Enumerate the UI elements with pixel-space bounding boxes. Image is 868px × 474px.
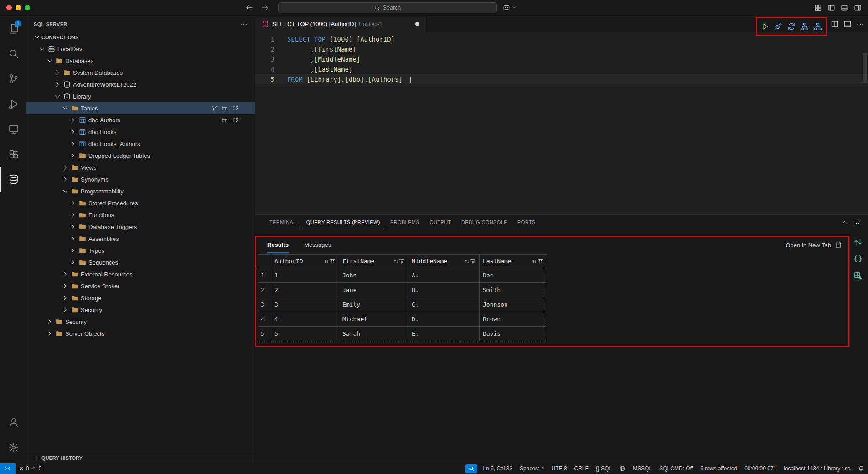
maximize-panel-button[interactable]	[842, 219, 848, 225]
status-indentation[interactable]: Spaces: 4	[516, 463, 548, 474]
sort-icon[interactable]: ↑↓	[393, 258, 398, 264]
status-query-time[interactable]: 00:00:00.071	[741, 463, 780, 474]
tree-item-service-broker[interactable]: Service Broker	[26, 280, 255, 292]
grid-cell[interactable]: Emily	[339, 297, 408, 312]
toggle-primary-sidebar-button[interactable]	[827, 4, 835, 12]
tree-item-views[interactable]: Views	[26, 161, 255, 173]
panel-tab-query-results-preview[interactable]: QUERY RESULTS (PREVIEW)	[301, 215, 385, 229]
grid-cell[interactable]: 1	[271, 268, 339, 283]
tree-item-security[interactable]: Security	[26, 304, 255, 316]
tree-item-assemblies[interactable]: Assemblies	[26, 233, 255, 245]
more-actions-button[interactable]	[856, 20, 864, 28]
tree-item-functions[interactable]: Functions	[26, 209, 255, 221]
status-language-status[interactable]	[615, 463, 629, 474]
grid-cell[interactable]: A.	[408, 268, 480, 283]
activity-accounts[interactable]	[0, 410, 26, 435]
sort-icon[interactable]: ↑↓	[532, 258, 536, 264]
status-eol[interactable]: CRLF	[570, 463, 592, 474]
panel-tab-ports[interactable]: PORTS	[512, 215, 541, 229]
tree-item-localdev[interactable]: LocalDev	[26, 43, 255, 55]
tree-item-dbo-books-authors[interactable]: dbo.Books_Authors	[26, 138, 255, 150]
column-header-middlename[interactable]: MiddleName↑↓	[408, 255, 480, 268]
toggle-panel-button[interactable]	[841, 4, 848, 12]
tree-item-storage[interactable]: Storage	[26, 292, 255, 304]
grid-cell[interactable]: Brown	[480, 312, 547, 327]
copilot-menu-button[interactable]	[502, 3, 517, 11]
code-line-5[interactable]: 5FROM [Library].[dbo].[Authors]	[255, 74, 868, 84]
toggle-secondary-sidebar-button[interactable]	[854, 4, 862, 12]
activity-search[interactable]	[0, 41, 26, 66]
command-center-search[interactable]: Search	[278, 2, 497, 13]
row-number[interactable]: 3	[258, 297, 271, 312]
grid-row-1[interactable]: 11JohnA.Doe	[258, 268, 547, 283]
activity-explorer[interactable]: 1	[0, 16, 26, 41]
estimated-plan-button[interactable]	[801, 22, 809, 31]
grid-row-4[interactable]: 44MichaelD.Brown	[258, 312, 547, 327]
close-panel-button[interactable]	[854, 219, 861, 225]
tree-item-dbo-authors[interactable]: dbo.Authors	[26, 114, 255, 126]
grid-cell[interactable]: D.	[408, 312, 480, 327]
panel-tab-terminal[interactable]: TERMINAL	[264, 215, 301, 229]
status-sqlcmd[interactable]: SQLCMD: Off	[656, 463, 697, 474]
grid-cell[interactable]: E.	[408, 327, 480, 341]
tree-item-sequences[interactable]: Sequences	[26, 256, 255, 268]
query-history-section-header[interactable]: QUERY HISTORY	[26, 453, 255, 463]
grid-cell[interactable]: 2	[271, 283, 339, 297]
close-window-button[interactable]	[6, 5, 12, 10]
activity-settings[interactable]	[0, 435, 26, 460]
grid-cell[interactable]: 4	[271, 312, 339, 327]
filter-icon[interactable]	[470, 258, 476, 264]
sort-icon[interactable]: ↑↓	[324, 258, 328, 264]
remote-indicator[interactable]	[0, 463, 16, 474]
tree-item-types[interactable]: Types	[26, 245, 255, 256]
activity-extensions[interactable]	[0, 141, 26, 167]
grid-cell[interactable]: Smith	[480, 283, 547, 297]
grid-row-2[interactable]: 22JaneB.Smith	[258, 283, 547, 297]
tree-item-dbo-books[interactable]: dbo.Books	[26, 126, 255, 138]
grid-cell[interactable]: C.	[408, 297, 480, 312]
code-line-1[interactable]: 1SELECT TOP (1000) [AuthorID]	[255, 34, 868, 44]
filter-icon[interactable]	[537, 258, 543, 264]
column-header-firstname[interactable]: FirstName↑↓	[339, 255, 408, 268]
status-mssql-provider[interactable]: MSSQL	[629, 463, 656, 474]
tree-item-adventureworkslt2022[interactable]: AdventureWorksLT2022	[26, 78, 255, 90]
activity-run-and-debug[interactable]	[0, 91, 26, 116]
column-header-lastname[interactable]: LastName↑↓	[480, 255, 547, 268]
refresh-icon[interactable]	[232, 105, 238, 111]
disconnect-button[interactable]	[774, 22, 782, 31]
code-editor[interactable]: 1SELECT TOP (1000) [AuthorID]2 ,[FirstNa…	[255, 32, 868, 214]
column-header-authorid[interactable]: AuthorID↑↓	[271, 255, 339, 268]
tree-item-library[interactable]: Library	[26, 90, 255, 102]
grid-cell[interactable]: 5	[271, 327, 339, 341]
tree-item-databases[interactable]: Databases	[26, 55, 255, 67]
forward-button[interactable]	[261, 4, 269, 12]
activity-sql-server[interactable]	[0, 167, 26, 192]
grid-cell[interactable]: Sarah	[339, 327, 408, 341]
connections-section-header[interactable]: CONNECTIONS	[26, 32, 255, 43]
minimize-window-button[interactable]	[16, 5, 21, 10]
status-notifications[interactable]	[854, 463, 868, 474]
code-line-2[interactable]: 2 ,[FirstName]	[255, 44, 868, 54]
panel-tab-debug-console[interactable]: DEBUG CONSOLE	[456, 215, 512, 229]
refresh-icon[interactable]	[232, 117, 238, 123]
actual-plan-button[interactable]	[814, 22, 822, 31]
status-zoom[interactable]	[464, 463, 479, 474]
sidebar-more-actions-button[interactable]	[240, 21, 248, 28]
problems-status[interactable]: ⊘ 0 ⚠ 0	[16, 463, 45, 474]
sort-icon[interactable]: ↑↓	[465, 258, 469, 264]
status-rows-affected[interactable]: 5 rows affected	[697, 463, 741, 474]
change-connection-button[interactable]	[787, 22, 796, 31]
open-in-new-tab-button[interactable]: Open in New Tab	[786, 237, 842, 253]
tree-item-database-triggers[interactable]: Database Triggers	[26, 221, 255, 233]
panel-tab-output[interactable]: OUTPUT	[424, 215, 456, 229]
unsaved-changes-dot[interactable]	[415, 22, 419, 26]
table-icon[interactable]	[222, 117, 228, 123]
tree-item-server-objects[interactable]: Server Objects	[26, 328, 255, 339]
editor-tab[interactable]: SELECT TOP (1000) [AuthorID] Untitled-1	[255, 16, 426, 32]
grid-cell[interactable]: Davis	[480, 327, 547, 341]
grid-cell[interactable]: John	[339, 268, 408, 283]
grid-row-5[interactable]: 55SarahE.Davis	[258, 327, 547, 341]
grid-row-3[interactable]: 33EmilyC.Johnson	[258, 297, 547, 312]
grid-cell[interactable]: Jane	[339, 283, 408, 297]
grid-cell[interactable]: Johnson	[480, 297, 547, 312]
